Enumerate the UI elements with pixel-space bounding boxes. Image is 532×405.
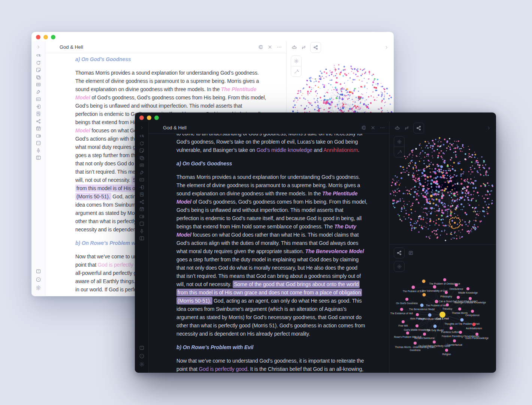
calendar-check-icon[interactable] xyxy=(36,126,41,131)
unresolved-link[interactable]: Annihilationism xyxy=(323,147,358,153)
list-view-icon[interactable] xyxy=(408,250,414,256)
text-line: other than what is perfectly good (Morri… xyxy=(176,321,389,330)
sync-icon[interactable] xyxy=(139,141,145,146)
text-line: God’s actions align with the duties of m… xyxy=(176,239,389,247)
graph-view-icon xyxy=(313,45,318,50)
layout-split-icon[interactable] xyxy=(139,236,145,241)
sync-icon[interactable] xyxy=(36,60,41,66)
global-graph-panel[interactable] xyxy=(390,134,496,244)
traffic-light-minimize[interactable] xyxy=(147,116,151,120)
traffic-light-minimize[interactable] xyxy=(43,35,48,39)
shape-pen-icon[interactable] xyxy=(139,170,145,176)
internal-link[interactable]: The Benevolence Model xyxy=(305,248,364,254)
split-pane-icon[interactable] xyxy=(361,125,366,130)
unlink-icon[interactable] xyxy=(404,125,409,131)
graph-icon[interactable] xyxy=(36,118,41,124)
more-options-icon[interactable] xyxy=(276,44,282,50)
file-search-icon[interactable] xyxy=(36,111,41,117)
vault-switcher-icon[interactable]: ? xyxy=(36,268,41,274)
graph-controls xyxy=(291,56,302,77)
settings-icon[interactable] xyxy=(36,285,41,291)
abc-box-icon[interactable]: ABC xyxy=(139,177,145,183)
wallet-icon[interactable] xyxy=(36,133,41,139)
internal-link[interactable]: Model xyxy=(176,232,191,238)
close-icon[interactable] xyxy=(370,125,376,130)
graph-icon[interactable] xyxy=(139,199,145,205)
internal-link[interactable]: Model xyxy=(176,199,191,205)
graph-node-label: Middle Knowledge xyxy=(458,291,478,294)
note-content[interactable]: to come to an understanding of God’s goo… xyxy=(149,134,389,373)
titlebar[interactable] xyxy=(31,32,394,41)
settings-icon[interactable] xyxy=(139,362,145,367)
graph-node-the-problem-of-evil[interactable]: The Problem of Evil xyxy=(403,286,424,293)
internal-link[interactable]: The Plentitude xyxy=(322,190,357,196)
wallet-icon[interactable] xyxy=(139,214,145,219)
sticker-icon[interactable] xyxy=(139,148,145,153)
cards-icon[interactable] xyxy=(139,155,145,161)
graph-node-counterfactual[interactable]: Counterfactual xyxy=(447,339,462,346)
internal-link[interactable]: The Plentitude xyxy=(221,86,256,92)
split-pane-icon[interactable] xyxy=(258,44,263,50)
graph-node-on-god-being-perfectly-good[interactable]: On God Being Perfectly Good xyxy=(418,340,450,348)
import-icon[interactable] xyxy=(139,184,145,190)
bot-icon[interactable] xyxy=(291,45,297,50)
graph-node[interactable] xyxy=(422,280,426,283)
graph-settings-button[interactable] xyxy=(394,136,404,147)
vault-switcher-icon[interactable]: ? xyxy=(139,345,145,351)
traffic-light-close[interactable] xyxy=(139,116,144,120)
chevron-right-icon[interactable] xyxy=(384,45,389,50)
chevron-right-icon[interactable] xyxy=(486,126,491,130)
mic-icon[interactable] xyxy=(36,148,41,153)
mic-icon[interactable] xyxy=(139,228,145,234)
abc-box-icon[interactable]: ABC xyxy=(36,96,41,102)
text-line: Model of God’s goodness, God’s goodness … xyxy=(176,198,389,206)
graph-node-the-vulnerability-of-god[interactable]: The Vulnerability of God xyxy=(422,285,448,293)
titlebar[interactable] xyxy=(135,112,496,122)
help-icon[interactable]: ? xyxy=(36,277,41,282)
dice-icon[interactable] xyxy=(36,140,41,146)
graph-style-button[interactable] xyxy=(291,66,301,76)
traffic-light-close[interactable] xyxy=(36,35,40,39)
tab-title[interactable]: God & Hell xyxy=(60,44,83,50)
internal-link[interactable]: Model xyxy=(75,94,90,100)
graph-node-label: The Existence of Hell xyxy=(390,312,413,315)
local-graph-panel[interactable]: God & HellThe Problem of OmniscienceOmni… xyxy=(390,245,496,373)
more-options-icon[interactable] xyxy=(380,125,385,130)
traffic-light-zoom[interactable] xyxy=(51,35,55,39)
graph-node-on-god-s-goodness[interactable]: On God’s Goodness xyxy=(396,298,418,304)
calendar-check-icon[interactable] xyxy=(139,206,145,212)
code-template-icon[interactable] xyxy=(36,52,41,58)
tab-title[interactable]: God & Hell xyxy=(163,125,187,130)
internal-link[interactable]: God’s middle knowledge xyxy=(257,147,312,153)
file-search-icon[interactable] xyxy=(139,192,145,197)
graph-style-button[interactable] xyxy=(394,147,404,157)
lines-icon[interactable] xyxy=(139,162,145,168)
local-graph-settings-button[interactable] xyxy=(394,261,405,272)
close-icon[interactable] xyxy=(267,44,273,50)
global-graph[interactable] xyxy=(390,134,496,244)
graph-view-button[interactable] xyxy=(413,123,424,134)
layout-split-icon[interactable] xyxy=(36,155,41,160)
bot-icon[interactable] xyxy=(395,125,400,131)
unlink-icon[interactable] xyxy=(301,45,306,50)
graph-settings-button[interactable] xyxy=(291,56,301,66)
internal-link[interactable]: Model xyxy=(75,128,90,134)
shape-pen-icon[interactable] xyxy=(36,89,41,95)
lines-icon[interactable] xyxy=(36,82,41,87)
cards-icon[interactable] xyxy=(36,75,41,80)
graph-node[interactable] xyxy=(423,293,426,297)
traffic-light-zoom[interactable] xyxy=(154,116,159,120)
dice-icon[interactable] xyxy=(139,221,145,226)
graph-view-button[interactable] xyxy=(310,42,321,53)
internal-link[interactable]: God is perfectly good xyxy=(199,366,247,372)
sticker-icon[interactable] xyxy=(36,67,41,73)
import-icon[interactable] xyxy=(36,104,41,110)
help-icon[interactable]: ? xyxy=(139,353,145,359)
internal-link[interactable]: The Duty xyxy=(334,224,356,230)
local-graph-view-button[interactable] xyxy=(394,248,405,258)
graph-node-religion[interactable]: Religion xyxy=(442,349,451,356)
local-graph[interactable]: God & HellThe Problem of OmniscienceOmni… xyxy=(390,245,496,372)
expand-sidebar-icon[interactable] xyxy=(139,125,144,130)
expand-sidebar-icon[interactable] xyxy=(36,45,41,50)
code-template-icon[interactable] xyxy=(139,133,145,139)
